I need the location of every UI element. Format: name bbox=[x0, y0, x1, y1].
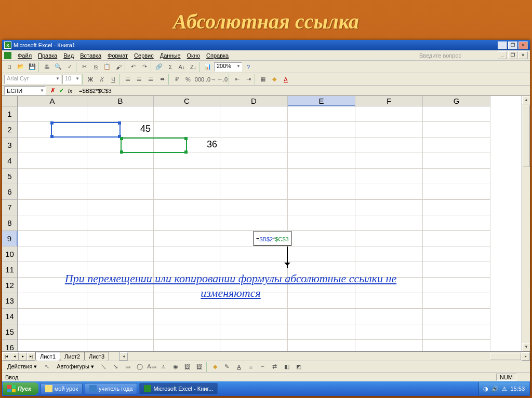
scroll-right-icon[interactable]: ▸ bbox=[522, 352, 530, 361]
taskbar-item[interactable]: учитель года bbox=[85, 383, 137, 394]
row-header[interactable]: 13 bbox=[2, 293, 18, 309]
cell[interactable] bbox=[18, 169, 87, 184]
row-header[interactable]: 8 bbox=[2, 215, 18, 231]
sheet-tab-1[interactable]: Лист1 bbox=[35, 352, 60, 361]
ask-question-box[interactable]: Введите вопрос bbox=[419, 52, 493, 59]
cell[interactable] bbox=[18, 122, 87, 138]
textbox-icon[interactable]: A▭ bbox=[147, 362, 157, 372]
comma-icon[interactable]: 000 bbox=[194, 74, 205, 85]
underline-icon[interactable]: Ч bbox=[108, 74, 118, 85]
align-center-icon[interactable]: ☰ bbox=[134, 74, 144, 85]
cell[interactable] bbox=[423, 169, 490, 184]
cell[interactable] bbox=[220, 138, 288, 153]
cell[interactable] bbox=[220, 122, 288, 138]
zoom-select[interactable]: 200% bbox=[214, 62, 242, 72]
cell[interactable] bbox=[18, 200, 87, 215]
cell[interactable] bbox=[423, 138, 490, 153]
formula-input[interactable]: =$B$2*$C$3 bbox=[77, 86, 528, 95]
cell[interactable] bbox=[18, 246, 87, 262]
horizontal-scrollbar[interactable]: ◂ ▸ bbox=[119, 352, 530, 361]
arrow-icon[interactable]: ↘ bbox=[111, 362, 121, 372]
cell[interactable] bbox=[423, 293, 490, 309]
cell[interactable] bbox=[154, 246, 220, 262]
cell[interactable] bbox=[154, 122, 220, 138]
cell[interactable] bbox=[18, 324, 87, 340]
cell[interactable] bbox=[87, 246, 154, 262]
col-header[interactable]: E bbox=[288, 96, 355, 106]
row-header[interactable]: 1 bbox=[2, 106, 18, 122]
cell[interactable] bbox=[288, 340, 355, 351]
cell[interactable] bbox=[18, 309, 87, 324]
close-button[interactable]: × bbox=[518, 42, 528, 49]
row-header[interactable]: 5 bbox=[2, 169, 18, 184]
menu-edit[interactable]: Правка bbox=[35, 51, 60, 60]
cell[interactable] bbox=[288, 138, 355, 153]
cell[interactable] bbox=[220, 169, 288, 184]
cell[interactable] bbox=[423, 324, 490, 340]
cell[interactable] bbox=[423, 309, 490, 324]
currency-icon[interactable]: ₽ bbox=[171, 74, 182, 85]
row-header[interactable]: 16 bbox=[2, 340, 18, 351]
help-icon[interactable]: ? bbox=[243, 62, 254, 72]
italic-icon[interactable]: К bbox=[97, 74, 107, 85]
save-icon[interactable]: 💾 bbox=[27, 62, 37, 72]
increase-indent-icon[interactable]: ⇥ bbox=[243, 74, 254, 85]
col-header[interactable]: D bbox=[220, 96, 288, 106]
cell[interactable] bbox=[423, 153, 490, 169]
row-header[interactable]: 3 bbox=[2, 138, 18, 153]
sheet-last-icon[interactable]: ▸| bbox=[27, 352, 35, 361]
taskbar-item[interactable]: мой урок bbox=[41, 383, 83, 394]
font-color-icon[interactable]: A bbox=[281, 74, 291, 85]
print-icon[interactable]: 🖶 bbox=[42, 62, 52, 72]
cell[interactable] bbox=[355, 153, 423, 169]
row-header[interactable]: 12 bbox=[2, 278, 18, 293]
new-icon[interactable]: 🗋 bbox=[4, 62, 15, 72]
percent-icon[interactable]: % bbox=[183, 74, 193, 85]
cell[interactable] bbox=[87, 309, 154, 324]
font-select[interactable]: Arial Cyr bbox=[4, 75, 61, 84]
align-right-icon[interactable]: ☰ bbox=[145, 74, 156, 85]
menu-format[interactable]: Формат bbox=[104, 51, 131, 60]
bold-icon[interactable]: Ж bbox=[85, 74, 96, 85]
sheet-prev-icon[interactable]: ◂ bbox=[10, 352, 19, 361]
cell[interactable] bbox=[355, 340, 423, 351]
cell[interactable] bbox=[355, 184, 423, 200]
doc-minimize-button[interactable]: _ bbox=[498, 51, 507, 59]
cell[interactable] bbox=[154, 340, 220, 351]
decrease-indent-icon[interactable]: ⇤ bbox=[232, 74, 242, 85]
cell[interactable] bbox=[18, 106, 87, 122]
active-cell-edit[interactable]: =$B$2*$C$3 bbox=[254, 231, 291, 246]
cell[interactable]: 45 bbox=[87, 122, 154, 138]
sheet-tab-3[interactable]: Лист3 bbox=[84, 352, 109, 361]
cell[interactable] bbox=[355, 231, 423, 246]
tray-icon[interactable]: ◑ bbox=[483, 386, 488, 392]
sheet-next-icon[interactable]: ▸ bbox=[19, 352, 27, 361]
format-painter-icon[interactable]: 🖌 bbox=[113, 62, 124, 72]
cell[interactable] bbox=[423, 122, 490, 138]
minimize-button[interactable]: _ bbox=[498, 42, 507, 49]
cell[interactable] bbox=[18, 184, 87, 200]
preview-icon[interactable]: 🔍 bbox=[53, 62, 63, 72]
cell[interactable] bbox=[220, 246, 288, 262]
menu-view[interactable]: Вид bbox=[60, 51, 77, 60]
autoshapes-menu[interactable]: Автофигуры ▾ bbox=[54, 362, 97, 371]
cell[interactable] bbox=[154, 106, 220, 122]
cell[interactable] bbox=[220, 309, 288, 324]
sheet-tab-2[interactable]: Лист2 bbox=[60, 352, 85, 361]
menu-window[interactable]: Окно bbox=[184, 51, 204, 60]
fill-icon[interactable]: ◆ bbox=[210, 362, 220, 372]
decrease-decimal-icon[interactable]: ←.0 bbox=[217, 74, 228, 85]
menu-help[interactable]: Справка bbox=[203, 51, 232, 60]
cell[interactable] bbox=[288, 309, 355, 324]
line-color-icon[interactable]: ✎ bbox=[222, 362, 232, 372]
rect-icon[interactable]: ▭ bbox=[123, 362, 133, 372]
cell[interactable] bbox=[18, 231, 87, 246]
cell[interactable] bbox=[154, 200, 220, 215]
select-icon[interactable]: ↖ bbox=[42, 362, 52, 372]
3d-icon[interactable]: ◩ bbox=[294, 362, 304, 372]
cell[interactable] bbox=[423, 215, 490, 231]
cell[interactable] bbox=[87, 184, 154, 200]
row-header[interactable]: 7 bbox=[2, 200, 18, 215]
cell[interactable] bbox=[87, 138, 154, 153]
col-header[interactable]: B bbox=[87, 96, 154, 106]
